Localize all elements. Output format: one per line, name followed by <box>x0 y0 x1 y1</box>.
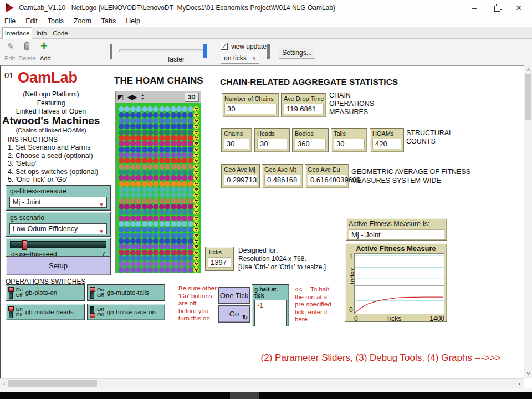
input-name: g-halt-at-tick <box>254 287 287 299</box>
monitor-bodies: Bodies360 <box>292 128 329 152</box>
caption-structural-counts: STRUCTURALCOUNTS <box>406 129 453 146</box>
instructions-list: 1. Set Scenario and Parms2. Choose a see… <box>8 144 98 184</box>
one-tick-button[interactable]: One Tick <box>218 287 250 304</box>
plot-title: Active Fitness Measure <box>345 243 447 253</box>
go-button[interactable]: Go ↻ <box>218 305 250 323</box>
switch-toggle-icon[interactable] <box>9 306 13 318</box>
caption-geometric-average: GEOMETRIC AVERAGE OF FITNESSMEASURES SYS… <box>351 167 470 185</box>
close-button[interactable]: ✕ <box>508 0 530 16</box>
switch-toggle-icon[interactable] <box>9 287 13 299</box>
scroll-left-icon[interactable]: ‹ <box>1 380 8 388</box>
chooser-gs-scenario[interactable]: gs-scenario Low Odum Efficiency ▼ <box>6 212 111 237</box>
chooser-gs-fitness-measure[interactable]: gs-fitness-measure Mj - Joint ▼ <box>6 185 111 211</box>
world-canvas[interactable] <box>115 103 201 273</box>
vertical-scroll-thumb[interactable] <box>525 74 531 120</box>
menubar: File Edit Tools Zoom Tabs Help <box>0 16 532 27</box>
taskbar-strip <box>0 392 532 399</box>
slider-track[interactable] <box>10 241 106 248</box>
switch-name: gb-mutate-tails <box>107 289 149 296</box>
tabstrip: Interface Info Code <box>0 27 532 39</box>
monitor-number-of-chains: Number of Chains 30 <box>222 93 279 117</box>
netlogo-app-icon <box>5 3 15 13</box>
tab-code[interactable]: Code <box>51 28 70 39</box>
interface-workspace: 01 OamLab (NetLogo Platform) Featuring L… <box>0 65 524 378</box>
chooser-value-field[interactable]: Mj - Joint ▼ <box>9 197 107 208</box>
scroll-right-icon[interactable]: › <box>516 380 523 388</box>
restore-icon <box>494 6 499 11</box>
restore-button[interactable] <box>485 0 508 16</box>
monitor-geo-ave-mj: Geo Ave Mj0.299713 <box>221 164 260 188</box>
caption-chain-operations: CHAINOPERATIONSMEASURES <box>329 91 374 116</box>
tab-info[interactable]: Info <box>33 28 50 39</box>
settings-button[interactable]: Settings... <box>279 47 315 59</box>
switch-gb-horse-race-on[interactable]: OnOff gb-horse-race-on <box>87 304 165 320</box>
menu-edit[interactable]: Edit <box>25 17 38 25</box>
tab-interface[interactable]: Interface <box>2 27 32 39</box>
switch-name: gb-plots-on <box>25 289 58 296</box>
plot-canvas <box>354 253 444 314</box>
netlogo-window: OamLab_V1.10 - NetLogo {\\LENOVODT\Lenov… <box>0 0 532 399</box>
monitor-active-fitness-measure-is: Active Fitness Measure Is: Mj - Joint <box>346 218 447 241</box>
stats-heading: CHAIN-RELATED AGGREGATE STATISTICS <box>220 77 398 87</box>
vertical-scrollbar[interactable]: ˄ ˅ <box>524 65 532 378</box>
shear-view-icon[interactable]: ◩ <box>117 94 124 100</box>
speed-slider-handle[interactable] <box>203 44 207 58</box>
pan-vertical-icon[interactable]: ▲▼ <box>141 94 145 100</box>
switch-gb-plots-on[interactable]: OnOff gb-plots-on <box>6 284 85 301</box>
toolbar: ✎ Edit Delete + Add Abc defghi jkl Note … <box>0 39 532 65</box>
switch-toggle-icon[interactable] <box>90 306 94 318</box>
slider-handle[interactable] <box>22 240 27 250</box>
switch-toggle-icon[interactable] <box>90 287 94 299</box>
menu-help[interactable]: Help <box>126 17 140 25</box>
monitor-ticks: Ticks1397 <box>205 247 234 271</box>
chooser-name: gs-fitness-measure <box>6 186 110 195</box>
update-mode-dropdown[interactable]: on ticks ∨ <box>221 53 259 64</box>
chooser-arrow-icon: ▼ <box>99 200 104 210</box>
toolbar-separator <box>110 44 112 59</box>
plot-x-max-label: 1400 <box>429 315 444 323</box>
menu-zoom[interactable]: Zoom <box>74 17 91 25</box>
world-view-header: ◩ ◀▶ ▲▼ 3D <box>115 91 201 103</box>
minimize-icon: – <box>472 3 477 12</box>
view-updates-checkbox[interactable]: ✓ <box>221 43 228 50</box>
subtitle-atwoods: Atwood's Machines <box>1 115 101 127</box>
model-title: OamLab <box>18 69 78 86</box>
forever-icon: ↻ <box>242 314 248 321</box>
warning-go-buttons: Be sure other'Go' buttonsare offbefore y… <box>178 285 218 323</box>
monitor-chains: Chains30 <box>221 128 252 152</box>
horizontal-scrollbar[interactable]: ‹ › <box>0 378 524 388</box>
chooser-value: Low Odum Efficiency <box>13 225 78 233</box>
pan-horizontal-icon[interactable]: ◀▶ <box>127 94 137 100</box>
switch-gb-mutate-heads[interactable]: OnOff gb-mutate-heads <box>6 304 85 320</box>
view-3d-button[interactable]: 3D <box>185 93 199 102</box>
chooser-arrow-icon: ▼ <box>99 226 104 237</box>
menu-tabs[interactable]: Tabs <box>101 17 116 25</box>
plot-x-axis-label: Ticks <box>386 315 402 323</box>
speed-slider-track[interactable] <box>119 49 207 52</box>
menu-tools[interactable]: Tools <box>48 17 64 25</box>
add-tool-label[interactable]: Add <box>40 55 51 62</box>
scroll-down-icon[interactable]: ˅ <box>524 370 532 378</box>
setup-button[interactable]: Setup <box>6 256 111 275</box>
input-g-halt-at-tick[interactable]: g-halt-at-tick -1 <box>252 284 289 326</box>
edit-tool-label[interactable]: Edit <box>4 55 15 62</box>
minimize-button[interactable]: – <box>463 0 485 16</box>
menu-file[interactable]: File <box>4 17 16 25</box>
switch-name: gb-mutate-heads <box>25 309 74 315</box>
input-value-field[interactable]: -1 <box>254 300 287 326</box>
switch-gb-mutate-tails[interactable]: OnOff gb-mutate-tails <box>87 284 165 301</box>
footer-navigation-note: (2) Parameter Sliders, (3) Debug Tools, … <box>256 352 505 364</box>
world-heading: THE HOAM CHAINS <box>114 75 203 86</box>
chooser-value: Mj - Joint <box>13 198 41 206</box>
scroll-up-icon[interactable]: ˄ <box>524 66 532 74</box>
chooser-value-field[interactable]: Low Odum Efficiency ▼ <box>9 223 107 234</box>
warning-halt-tick: <<--- To haltthe run at apre-specifiedti… <box>295 286 339 324</box>
switch-name: gb-horse-race-on <box>107 309 156 315</box>
titlebar: OamLab_V1.10 - NetLogo {\\LENOVODT\Lenov… <box>0 0 532 16</box>
horizontal-scroll-thumb[interactable] <box>8 380 97 387</box>
monitor-hoams: HOAMs420 <box>370 128 404 152</box>
window-title: OamLab_V1.10 - NetLogo {\\LENOVODT\Lenov… <box>19 4 335 12</box>
monitor-geo-ave-eu: Geo Ave Eu0.61648039680 <box>305 164 349 188</box>
delete-tool-label[interactable]: Delete <box>18 55 36 62</box>
plot-y-min-label: 0 <box>349 306 353 314</box>
